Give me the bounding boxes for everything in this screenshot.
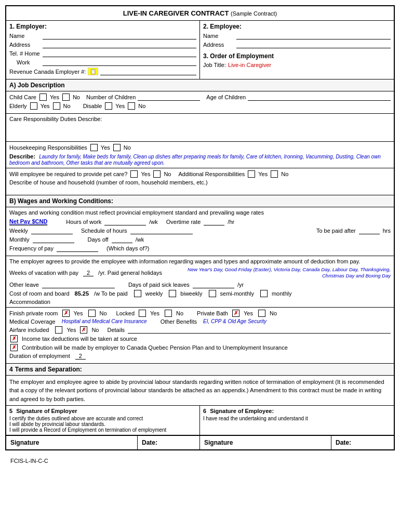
care-duty-field[interactable] <box>9 124 391 139</box>
finish-private-row: Finish private room ✗ Yes No Locked Yes … <box>9 310 391 317</box>
monthly-checkbox[interactable] <box>260 290 268 297</box>
vacation-row: Weeks of vacation with pay 2 /yr. Paid g… <box>9 267 391 280</box>
hours-work-field[interactable] <box>104 218 146 225</box>
employer-revenue-field[interactable] <box>100 68 196 75</box>
employer-tel-row: Tel. # Home <box>9 50 196 57</box>
employer-col: 1. Employer: Name Address Tel. # Home Wo… <box>6 21 200 79</box>
details-field[interactable] <box>128 326 391 334</box>
employee-col: 2. Employee: Name Address 3. Order of Em… <box>200 21 394 79</box>
elderly-yes-checkbox[interactable] <box>30 102 37 110</box>
airfare-yes-checkbox[interactable] <box>55 326 62 334</box>
other-leave-field[interactable] <box>42 281 115 288</box>
num-children-field[interactable] <box>138 94 200 101</box>
semimonthly-checkbox[interactable] <box>209 290 216 297</box>
contribution-row: ✗ Contribution will be made by employer … <box>9 344 391 351</box>
accommodation-label: Accommodation <box>9 299 391 305</box>
house-desc-field[interactable] <box>9 185 391 193</box>
employer-revenue-label: Revenue Canada Employer #: <box>9 69 86 75</box>
additional-yes-checkbox[interactable] <box>248 170 255 178</box>
monthly-field[interactable] <box>33 236 74 243</box>
employer-address-field[interactable] <box>43 41 196 48</box>
airfare-no-checkbox[interactable]: ✗ <box>80 326 87 334</box>
private-bath-yes-checkbox[interactable]: ✗ <box>232 310 239 317</box>
housekeeping-yes-checkbox[interactable] <box>90 144 98 151</box>
w-label: /w To be paid <box>94 290 128 297</box>
weekly-checkbox[interactable] <box>134 290 141 297</box>
housekeeping-no-checkbox[interactable] <box>113 144 121 151</box>
sig-employer-sig-cell: Signature <box>6 436 138 449</box>
locked-no-checkbox[interactable] <box>165 310 172 317</box>
housekeeping-label: Housekeeping Responsibilities <box>9 144 87 151</box>
finish-private-yes-checkbox[interactable]: ✗ <box>62 310 70 317</box>
sig-employee-num: 6 <box>203 408 206 414</box>
employer-name-field[interactable] <box>43 32 196 39</box>
details-label: Details <box>107 327 125 333</box>
employee-name-field[interactable] <box>236 32 391 39</box>
tobepaid-field[interactable] <box>359 227 380 234</box>
sig-employer-col: 5 Signature of Employer I certify the du… <box>6 406 200 435</box>
fp-yes-label: Yes <box>74 310 83 316</box>
age-children-field[interactable] <box>248 94 391 101</box>
terms-number: 4 <box>9 366 13 373</box>
locked-label: Locked <box>116 310 135 316</box>
tobepaid-label: To be paid after <box>316 228 356 234</box>
locked-yes-label: Yes <box>150 310 159 316</box>
fp-no-label: No <box>100 310 107 316</box>
elderly-label: Elderly <box>9 103 27 109</box>
locked-yes-checkbox[interactable] <box>139 310 146 317</box>
overtime-field[interactable] <box>204 218 224 225</box>
biweekly-label: biweekly <box>180 290 202 297</box>
cost-val: 85.25 <box>75 290 89 297</box>
employer-work-row: Work <box>9 59 196 66</box>
childcare-yes-checkbox[interactable] <box>39 94 47 101</box>
elderly-yes-label: Yes <box>41 103 50 109</box>
private-bath-no-checkbox[interactable] <box>258 310 265 317</box>
contribution-checkbox[interactable]: ✗ <box>10 344 18 351</box>
additional-no-checkbox[interactable] <box>271 170 278 178</box>
disable-yes-label: Yes <box>115 103 125 109</box>
finish-private-no-checkbox[interactable] <box>88 310 96 317</box>
employer-address-label: Address <box>9 42 41 48</box>
employer-revenue-row: Revenue Canada Employer #: 📋 <box>9 68 196 75</box>
schedule-field[interactable] <box>130 227 193 234</box>
disable-no-checkbox[interactable] <box>128 102 135 110</box>
petcare-yes-checkbox[interactable] <box>130 170 138 178</box>
duration-val[interactable]: 2 <box>75 353 86 360</box>
frequency-field[interactable] <box>57 245 98 252</box>
housekeeping-section: Housekeeping Responsibilities Yes No Des… <box>6 142 394 168</box>
paid-sick-field[interactable] <box>193 281 234 288</box>
employer-tel-label: Tel. # Home <box>9 50 41 57</box>
employer-employee-section: 1. Employer: Name Address Tel. # Home Wo… <box>6 21 394 79</box>
biweekly-checkbox[interactable] <box>169 290 176 297</box>
employer-address-row: Address <box>9 41 196 48</box>
locked-no-label: No <box>176 310 183 316</box>
hours-work-label: Hours of work <box>66 219 101 225</box>
terms-text: The employer and employee agree to abide… <box>9 378 391 404</box>
disable-yes-checkbox[interactable] <box>105 102 112 110</box>
job-title-label: Job Title: <box>203 62 226 68</box>
cost-room-label: Cost of room and board <box>9 290 70 297</box>
weekly-label: Weekly <box>9 228 28 234</box>
employer-tel-field[interactable] <box>43 50 196 57</box>
income-tax-checkbox[interactable]: ✗ <box>10 335 18 342</box>
petcare-no-checkbox[interactable] <box>153 170 161 178</box>
days-off-field[interactable] <box>112 236 132 243</box>
employee-address-field[interactable] <box>236 41 391 48</box>
weekly-field[interactable] <box>31 227 73 234</box>
employer-work-field[interactable] <box>43 59 196 66</box>
sig-employer-line1: I certify the duties outlined above are … <box>9 416 196 421</box>
wages-monthly-row: Monthly Days off /wk <box>9 236 391 243</box>
housekeeping-row: Housekeeping Responsibilities Yes No <box>9 144 391 151</box>
monthly-label: Monthly <box>9 236 30 243</box>
vacation-val[interactable]: 2 <box>83 270 94 276</box>
wages-netpay-row: Net Pay $CND Hours of work /wk Overtime … <box>9 218 391 225</box>
elderly-no-checkbox[interactable] <box>53 102 60 110</box>
medical-value: Hospital and Medical Care Insurance <box>62 318 147 324</box>
petcare-yes-label: Yes <box>141 171 150 177</box>
terms-title: Terms and Separation: <box>15 366 82 373</box>
employer-header: 1. Employer: <box>9 23 196 30</box>
childcare-no-checkbox[interactable] <box>62 94 70 101</box>
medical-label: Medical Coverage <box>9 318 56 325</box>
contract-container: LIVE-IN CAREGIVER CONTRACT (Sample Contr… <box>5 5 395 450</box>
yr-label: /yr <box>237 282 244 288</box>
